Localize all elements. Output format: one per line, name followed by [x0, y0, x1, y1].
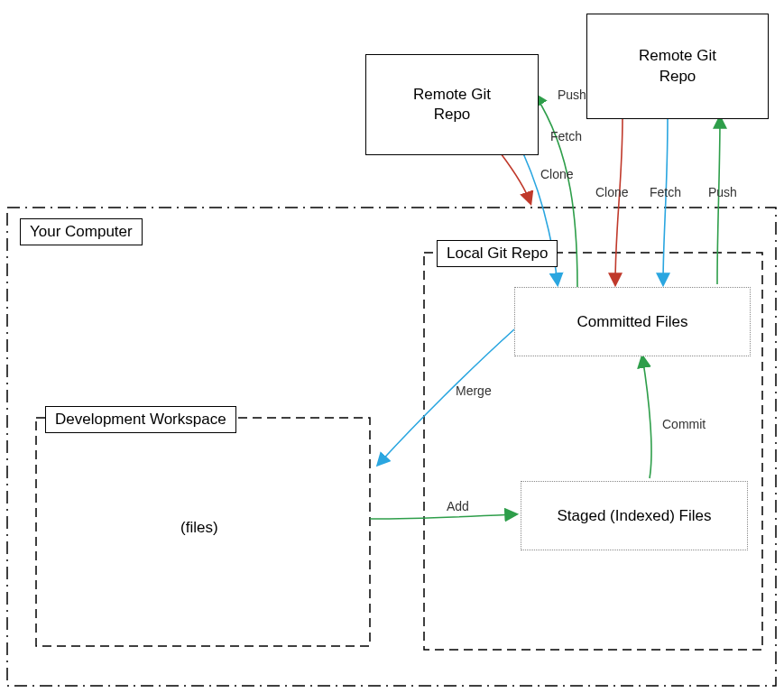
computer-label: Your Computer — [20, 218, 143, 245]
staged-files-box: Staged (Indexed) Files — [521, 481, 748, 550]
arrow-clone-right — [615, 117, 623, 284]
arrow-add — [370, 514, 516, 519]
local-repo-label: Local Git Repo — [437, 240, 558, 267]
arrow-fetch-right — [663, 117, 668, 284]
label-add: Add — [447, 499, 469, 513]
label-commit: Commit — [662, 417, 706, 431]
label-clone-left: Clone — [540, 167, 574, 181]
label-clone-right: Clone — [595, 185, 629, 199]
remote-repo-box-1: Remote Git Repo — [365, 54, 539, 155]
committed-files-box: Committed Files — [514, 287, 751, 356]
arrow-push-right — [717, 117, 720, 284]
label-push-left: Push — [558, 88, 586, 102]
label-merge: Merge — [456, 383, 492, 398]
dev-workspace-label: Development Workspace — [45, 406, 236, 433]
computer-container — [7, 208, 776, 686]
remote-repo-box-2: Remote Git Repo — [586, 14, 769, 119]
files-text: (files) — [180, 519, 218, 537]
label-fetch-left: Fetch — [550, 129, 582, 143]
label-push-right: Push — [708, 185, 737, 199]
diagram-stage: Remote Git Repo Remote Git Repo Your Com… — [0, 0, 784, 693]
arrow-merge — [378, 329, 514, 465]
arrow-commit — [642, 356, 651, 478]
label-fetch-right: Fetch — [650, 185, 681, 199]
